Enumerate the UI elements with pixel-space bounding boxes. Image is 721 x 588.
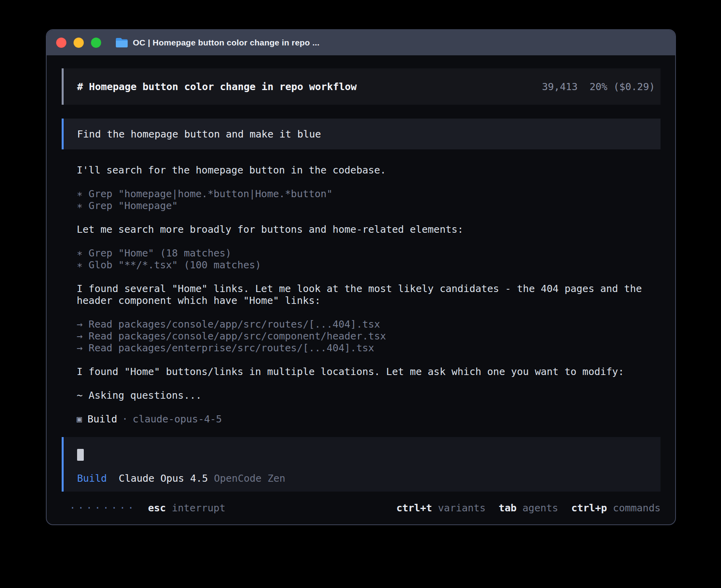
shortcut-key: ctrl+t (396, 502, 432, 514)
input-agent-mode[interactable]: Build (77, 473, 107, 484)
shortcut-label: commands (613, 502, 661, 514)
status-left: ········ esc interrupt (70, 502, 225, 514)
input-meta-row: Build Claude Opus 4.5 OpenCode Zen (77, 473, 647, 484)
terminal-window: OC | Homepage button color change in rep… (46, 29, 676, 525)
assistant-text: I found "Home" buttons/links in multiple… (77, 366, 661, 378)
session-cost: ($0.29) (613, 81, 655, 92)
session-header: # Homepage button color change in repo w… (62, 68, 661, 105)
context-percent: 20% (589, 81, 607, 92)
shortcut-key: ctrl+p (571, 502, 607, 514)
session-title: # Homepage button color change in repo w… (77, 81, 357, 92)
esc-key-hint: esc (148, 502, 166, 514)
tool-call-glob: ∗ Glob "**/*.tsx" (100 matches) (77, 259, 661, 271)
close-button[interactable] (56, 38, 66, 48)
spinner-dots-icon: ········ (70, 502, 136, 514)
shortcut-key: tab (499, 502, 517, 514)
agent-separator: · (122, 413, 128, 425)
tool-call-grep: ∗ Grep "Home" (18 matches) (77, 247, 661, 259)
agent-model: claude-opus-4-5 (133, 413, 222, 425)
traffic-lights (56, 38, 101, 48)
assistant-text: Let me search more broadly for buttons a… (77, 224, 661, 236)
prompt-input[interactable]: Build Claude Opus 4.5 OpenCode Zen (62, 437, 661, 492)
tool-call-grep: ∗ Grep "homepage|home.*button|Home.*butt… (77, 188, 661, 200)
minimize-button[interactable] (74, 38, 84, 48)
input-provider-name: OpenCode Zen (214, 473, 285, 484)
titlebar[interactable]: OC | Homepage button color change in rep… (47, 30, 675, 55)
text-cursor (77, 449, 84, 461)
status-bar: ········ esc interrupt ctrl+t variants t… (62, 492, 661, 524)
tool-call-grep: ∗ Grep "Homepage" (77, 200, 661, 212)
tool-call-read: → Read packages/console/app/src/componen… (77, 330, 661, 342)
agent-status-row: ▣ Build · claude-opus-4-5 (77, 413, 661, 425)
status-shortcuts: ctrl+t variants tab agents ctrl+p comman… (396, 502, 661, 514)
zoom-button[interactable] (91, 38, 101, 48)
user-message-text: Find the homepage button and make it blu… (77, 128, 321, 140)
session-metrics: 39,413 20% ($0.29) (542, 81, 655, 92)
shortcut-label: variants (438, 502, 485, 514)
user-message: Find the homepage button and make it blu… (62, 119, 661, 149)
window-title: OC | Homepage button color change in rep… (133, 38, 319, 47)
folder-icon (115, 38, 128, 48)
terminal-content: # Homepage button color change in repo w… (47, 55, 675, 524)
assistant-text: I'll search for the homepage button in t… (77, 164, 661, 176)
token-count: 39,413 (542, 81, 578, 92)
esc-key-label: interrupt (172, 502, 225, 514)
tool-call-read: → Read packages/enterprise/src/routes/[.… (77, 342, 661, 354)
tool-call-read: → Read packages/console/app/src/routes/[… (77, 318, 661, 330)
agent-name: Build (87, 413, 117, 425)
shortcut-label: agents (523, 502, 558, 514)
shortcut-agents: tab agents (499, 502, 559, 514)
assistant-status: ~ Asking questions... (77, 390, 661, 401)
agent-square-icon: ▣ (77, 413, 82, 425)
shortcut-variants: ctrl+t variants (396, 502, 486, 514)
assistant-transcript: I'll search for the homepage button in t… (77, 164, 661, 425)
shortcut-commands: ctrl+p commands (571, 502, 661, 514)
input-model-name[interactable]: Claude Opus 4.5 (119, 473, 208, 484)
desktop-background: OC | Homepage button color change in rep… (0, 0, 721, 588)
assistant-text: I found several "Home" links. Let me loo… (77, 283, 661, 307)
